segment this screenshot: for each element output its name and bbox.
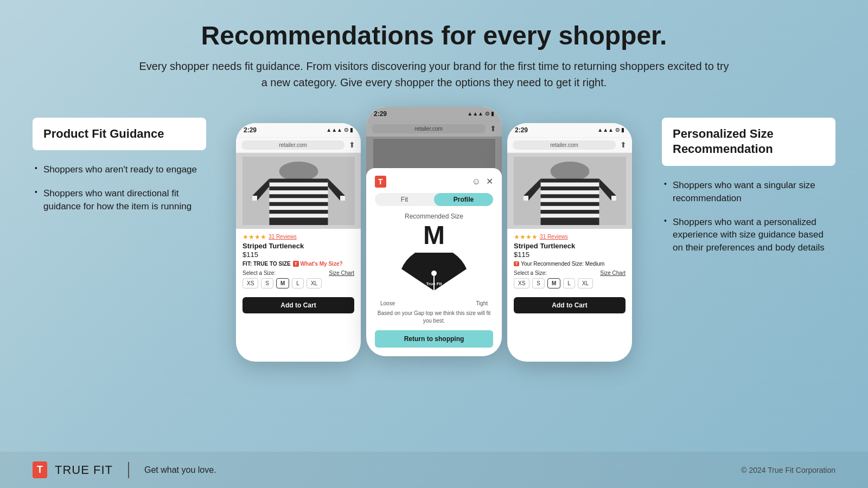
size-btn-xs[interactable]: XS xyxy=(242,278,258,288)
phone-left-size-buttons: XS S M L XL xyxy=(242,278,354,288)
phone-left-product-details: ★★★★ 31 Reviews Striped Turtleneck $115 … xyxy=(236,229,361,293)
svg-rect-31 xyxy=(540,210,599,214)
svg-rect-26 xyxy=(540,190,599,194)
footer-copyright: © 2024 True Fit Corporation xyxy=(741,466,835,474)
svg-text:True Fit: True Fit xyxy=(426,281,442,286)
phone-left: 2:29 ▲▲▲ ⊙ ▮ retailer.com ⬆ xyxy=(236,123,361,362)
svg-rect-24 xyxy=(540,182,599,186)
battery-icon: ▮ xyxy=(350,127,353,133)
phone-right-status-icons: ▲▲▲ ⊙ ▮ xyxy=(597,127,624,133)
header: Recommendations for every shopper. Every… xyxy=(136,22,732,91)
phone-left-status: 2:29 ▲▲▲ ⊙ ▮ xyxy=(236,123,361,138)
svg-rect-36 xyxy=(524,196,528,201)
size-chart-link-right[interactable]: Size Chart xyxy=(600,270,626,276)
tab-profile[interactable]: Profile xyxy=(434,193,493,206)
svg-rect-9 xyxy=(269,206,328,210)
phone-right-add-to-cart[interactable]: Add to Cart xyxy=(514,297,626,313)
right-panel-bullets: Shoppers who want a singular size recomm… xyxy=(662,179,835,254)
phone-right-product-image xyxy=(507,153,632,229)
svg-rect-7 xyxy=(269,198,328,202)
page-subtitle: Every shopper needs fit guidance. From v… xyxy=(136,58,732,91)
phone-right-rec-size-badge: T Your Recommended Size: Medium xyxy=(514,261,626,267)
svg-rect-4 xyxy=(269,187,328,190)
wifi-icon: ⊙ xyxy=(344,127,348,133)
truefit-logo-small: T xyxy=(293,261,299,267)
left-panel-bullets: Shoppers who aren't ready to engage Shop… xyxy=(33,163,206,213)
phones-area: 2:29 ▲▲▲ ⊙ ▮ retailer.com ⬆ xyxy=(206,112,662,362)
phone-center: 2:29 ▲▲▲ ⊙ ▮ retailer.com ⬆ xyxy=(366,107,502,356)
size-btn-l-r[interactable]: L xyxy=(563,278,575,288)
phone-right-size-label: Select a Size: Size Chart xyxy=(514,270,626,276)
share-icon-r[interactable]: ⬆ xyxy=(620,140,627,149)
share-icon[interactable]: ⬆ xyxy=(349,140,355,149)
phone-left-stars: ★★★★ 31 Reviews xyxy=(242,233,354,241)
rec-size-label: Recommended Size xyxy=(375,213,493,220)
svg-rect-23 xyxy=(540,178,599,182)
phone-right-stars: ★★★★ 31 Reviews xyxy=(514,233,626,241)
battery-icon-r: ▮ xyxy=(621,127,624,133)
phone-left-product-image xyxy=(236,153,361,229)
phone-right-url: retailer.com xyxy=(513,140,616,150)
svg-rect-16 xyxy=(340,196,345,201)
left-bullet-1: Shoppers who aren't ready to engage xyxy=(33,163,206,176)
footer-tagline: Get what you love. xyxy=(144,465,216,475)
signal-icon-r: ▲▲▲ xyxy=(597,127,614,133)
phone-right-price: $115 xyxy=(514,251,626,259)
svg-rect-32 xyxy=(540,214,599,217)
phone-right-reviews: 31 Reviews xyxy=(540,234,568,240)
truefit-logo-right: T xyxy=(514,261,519,266)
fit-modal-icons: ☺ ✕ xyxy=(472,176,493,187)
page-title: Recommendations for every shopper. xyxy=(136,22,732,50)
left-bullet-2: Shoppers who want directional fit guidan… xyxy=(33,187,206,213)
size-btn-s-r[interactable]: S xyxy=(532,278,545,288)
phone-left-reviews: 31 Reviews xyxy=(269,234,297,240)
svg-rect-15 xyxy=(252,196,257,201)
profile-icon[interactable]: ☺ xyxy=(472,177,481,187)
right-panel: Personalized Size Recommendation Shopper… xyxy=(662,112,835,265)
footer-logo: T TRUE FIT Get what you love. xyxy=(33,461,216,478)
svg-rect-3 xyxy=(269,182,328,186)
fit-modal-header: T ☺ ✕ xyxy=(375,176,493,188)
svg-rect-12 xyxy=(269,217,328,225)
svg-rect-27 xyxy=(540,194,599,198)
phone-right-product-details: ★★★★ 31 Reviews Striped Turtleneck $115 … xyxy=(507,229,632,293)
signal-icon: ▲▲▲ xyxy=(326,127,342,133)
footer-divider xyxy=(128,462,129,478)
phone-left-status-icons: ▲▲▲ ⊙ ▮ xyxy=(326,127,353,133)
phone-right-status: 2:29 ▲▲▲ ⊙ ▮ xyxy=(507,123,632,138)
tab-fit[interactable]: Fit xyxy=(375,193,434,206)
page-wrapper: Recommendations for every shopper. Every… xyxy=(0,0,868,488)
fit-modal: T ☺ ✕ Fit Profile Recommended Size M xyxy=(366,168,502,356)
phone-left-url: retailer.com xyxy=(241,140,344,150)
phone-right-size-buttons: XS S M L XL xyxy=(514,278,626,288)
svg-rect-5 xyxy=(269,190,328,194)
fit-badge-text: FIT: TRUE TO SIZE xyxy=(242,261,291,267)
phone-left-add-to-cart[interactable]: Add to Cart xyxy=(242,297,354,313)
gauge-tight-label: Tight xyxy=(476,300,488,306)
right-bullet-1: Shoppers who want a singular size recomm… xyxy=(662,179,835,205)
size-btn-s[interactable]: S xyxy=(261,278,273,288)
size-chart-link-left[interactable]: Size Chart xyxy=(329,270,354,276)
svg-rect-25 xyxy=(540,187,599,190)
whats-my-size-link[interactable]: T What's My Size? xyxy=(293,261,343,267)
product-fit-guidance-box: Product Fit Guidance xyxy=(33,118,206,151)
footer-brand-name: TRUE FIT xyxy=(55,463,113,477)
phone-left-time: 2:29 xyxy=(244,126,257,134)
size-btn-m[interactable]: M xyxy=(276,278,289,288)
return-to-shopping-btn[interactable]: Return to shopping xyxy=(375,330,493,348)
svg-rect-30 xyxy=(540,206,599,210)
close-icon[interactable]: ✕ xyxy=(486,176,493,187)
phone-left-size-label: Select a Size: Size Chart xyxy=(242,270,354,276)
phone-left-fit-badge: FIT: TRUE TO SIZE T What's My Size? xyxy=(242,261,354,267)
gauge-container: True Fit xyxy=(375,253,493,296)
size-btn-xl-r[interactable]: XL xyxy=(578,278,593,288)
phone-right: 2:29 ▲▲▲ ⊙ ▮ retailer.com ⬆ xyxy=(507,123,632,362)
product-fit-guidance-title: Product Fit Guidance xyxy=(43,126,195,142)
rec-size-letter: M xyxy=(375,222,493,248)
size-btn-l[interactable]: L xyxy=(292,278,304,288)
phone-right-addressbar: retailer.com ⬆ xyxy=(507,138,632,153)
size-btn-xs-r[interactable]: XS xyxy=(514,278,529,288)
size-btn-m-r[interactable]: M xyxy=(547,278,560,288)
size-btn-xl[interactable]: XL xyxy=(307,278,322,288)
truefit-logo-modal: T xyxy=(375,176,386,188)
